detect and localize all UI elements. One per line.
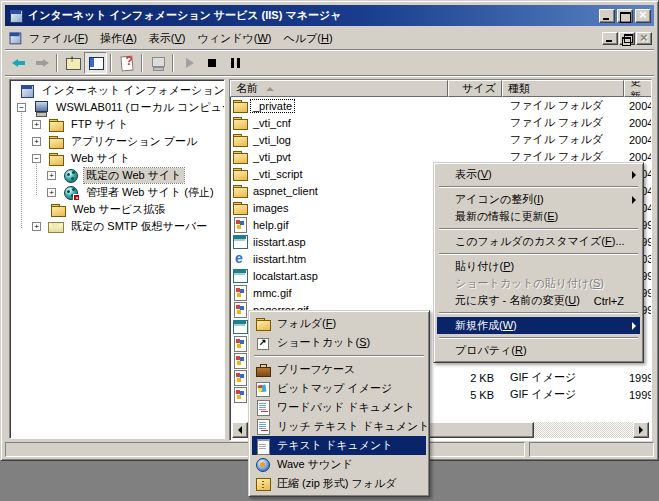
show-tree-button[interactable] <box>84 52 107 74</box>
file-name-label: _vti_pvt <box>251 151 293 163</box>
wordpad-icon <box>255 400 271 416</box>
title-bar[interactable]: インターネット インフォメーション サービス (IIS) マネージャ <box>5 5 654 26</box>
computer-icon <box>33 100 49 116</box>
scroll-left-button[interactable] <box>232 422 248 438</box>
context-menu-item[interactable]: プロパティ(R) <box>437 342 640 359</box>
submenu-item[interactable]: ブリーフケース <box>252 360 426 379</box>
forward-button[interactable] <box>30 52 53 74</box>
left-arrow-icon <box>238 426 242 434</box>
status-segment-right <box>529 442 654 457</box>
stop-button[interactable] <box>200 52 223 74</box>
tree-item[interactable]: −WSWLAB011 (ローカル コンピュータ) <box>12 99 222 116</box>
table-row[interactable]: _privateファイル フォルダ2004 <box>230 97 651 114</box>
context-menu-item[interactable]: 新規作成(W) <box>437 317 640 334</box>
menu-item-label: アイコンの整列(I) <box>455 192 544 207</box>
submenu-item[interactable]: 圧縮 (zip 形式) フォルダ <box>252 474 426 493</box>
context-menu-item[interactable]: このフォルダのカスタマイズ(F)... <box>437 233 640 250</box>
computer-button[interactable] <box>146 52 169 74</box>
table-row[interactable]: _vti_logファイル フォルダ2004 <box>230 131 651 148</box>
up-folder-icon <box>65 55 81 71</box>
submenu-item[interactable]: ワードパッド ドキュメント <box>252 398 426 417</box>
tree-item[interactable]: +既定の SMTP 仮想サーバー <box>12 218 222 235</box>
menu-item-label: 圧縮 (zip 形式) フォルダ <box>277 476 397 491</box>
file-name-label: images <box>251 202 290 214</box>
zip-icon <box>255 476 271 492</box>
tree-item[interactable]: +管理者 Web サイト (停止) <box>12 184 222 201</box>
submenu-item[interactable]: フォルダ(F) <box>252 314 426 333</box>
smtp-icon <box>48 219 64 235</box>
file-name-cell: localstart.asp <box>230 267 448 284</box>
expand-toggle-icon[interactable]: + <box>32 137 41 146</box>
mdi-restore-button[interactable] <box>619 32 635 45</box>
console-tree: インターネット インフォメーション サービス−WSWLAB011 (ローカル コ… <box>12 82 222 436</box>
file-name-label: aspnet_client <box>251 185 320 197</box>
menubar-item[interactable]: ウィンドウ(W) <box>191 30 277 46</box>
submenu-item[interactable]: ビットマップ イメージ <box>252 379 426 398</box>
tree-item[interactable]: Web サービス拡張 <box>12 201 222 218</box>
site-icon <box>63 168 79 184</box>
expand-toggle-icon[interactable]: + <box>32 222 41 231</box>
submenu-item[interactable]: ショートカット(S) <box>252 333 426 352</box>
minimize-button[interactable] <box>599 9 615 23</box>
tree-item-label: FTP サイト <box>69 117 130 132</box>
expand-toggle-icon[interactable]: + <box>32 120 41 129</box>
menubar-item[interactable]: 表示(V) <box>143 30 192 46</box>
maximize-button[interactable] <box>617 9 633 23</box>
pause-button[interactable] <box>223 52 246 74</box>
column-header-更新[interactable]: 更新 <box>624 80 652 97</box>
window-title: インターネット インフォメーション サービス (IIS) マネージャ <box>28 8 341 23</box>
collapse-toggle-icon[interactable]: − <box>17 103 26 112</box>
mdi-close-button[interactable] <box>636 32 652 45</box>
menubar-item[interactable]: ファイル(F) <box>23 30 94 46</box>
file-size-cell <box>448 97 502 114</box>
submenu-item[interactable]: Wave サウンド <box>252 455 426 474</box>
toolbar-separator <box>172 54 174 72</box>
file-name-label: mmc.gif <box>251 287 294 299</box>
bitmap-icon <box>255 381 271 397</box>
context-menu-item[interactable]: 表示(V) <box>437 166 640 183</box>
tree-item[interactable]: インターネット インフォメーション サービス <box>12 82 222 99</box>
column-header-サイズ[interactable]: サイズ <box>448 80 502 97</box>
file-name-cell: _private <box>230 97 448 114</box>
gif-icon <box>232 336 248 352</box>
folder-icon <box>48 134 64 150</box>
mdi-minimize-button[interactable] <box>602 32 618 45</box>
folder-icon <box>48 117 64 133</box>
menu-item-label: ショートカット(S) <box>277 335 370 350</box>
right-arrow-icon <box>639 426 643 434</box>
tree-item[interactable]: +アプリケーション プール <box>12 133 222 150</box>
new-submenu: フォルダ(F)ショートカット(S)ブリーフケースビットマップ イメージワードパッ… <box>248 310 430 497</box>
menubar-item[interactable]: 操作(A) <box>94 30 143 46</box>
table-row[interactable]: _vti_cnfファイル フォルダ2004 <box>230 114 651 131</box>
tree-item[interactable]: +既定の Web サイト <box>12 167 222 184</box>
stop-overlay-icon <box>73 194 80 201</box>
context-menu-item[interactable]: ショートカットの貼り付け(S) <box>437 275 640 292</box>
column-header-名前[interactable]: 名前 <box>230 80 448 97</box>
file-name-cell: mmc.gif <box>230 284 448 301</box>
menu-items: ファイル(F)操作(A)表示(V)ウィンドウ(W)ヘルプ(H) <box>23 31 339 46</box>
submenu-item[interactable]: テキスト ドキュメント <box>252 436 426 455</box>
play-button[interactable] <box>177 52 200 74</box>
submenu-item[interactable]: リッチ テキスト ドキュメント <box>252 417 426 436</box>
tree-item[interactable]: −Web サイト <box>12 150 222 167</box>
context-menu-item[interactable]: 元に戻す - 名前の変更(U)Ctrl+Z <box>437 292 640 309</box>
context-menu-item[interactable]: 貼り付け(P) <box>437 258 640 275</box>
app-icon <box>8 8 24 24</box>
menubar-item[interactable]: ヘルプ(H) <box>278 30 339 46</box>
close-button[interactable] <box>635 9 651 23</box>
expand-toggle-icon[interactable]: + <box>47 188 56 197</box>
tree-item[interactable]: +FTP サイト <box>12 116 222 133</box>
toolbar-separator <box>110 54 112 72</box>
context-menu-item[interactable]: アイコンの整列(I) <box>437 191 640 208</box>
context-menu-item[interactable]: 最新の情報に更新(E) <box>437 208 640 225</box>
up-folder-button[interactable] <box>61 52 84 74</box>
collapse-toggle-icon[interactable]: − <box>32 154 41 163</box>
sort-ascending-icon <box>266 87 274 91</box>
file-name-cell: images <box>230 199 448 216</box>
expand-toggle-icon[interactable]: + <box>47 171 56 180</box>
column-header-種類[interactable]: 種類 <box>502 80 624 97</box>
help-button[interactable] <box>115 52 138 74</box>
file-type-cell: ファイル フォルダ <box>502 114 624 131</box>
scroll-right-button[interactable] <box>633 422 649 438</box>
back-button[interactable] <box>7 52 30 74</box>
